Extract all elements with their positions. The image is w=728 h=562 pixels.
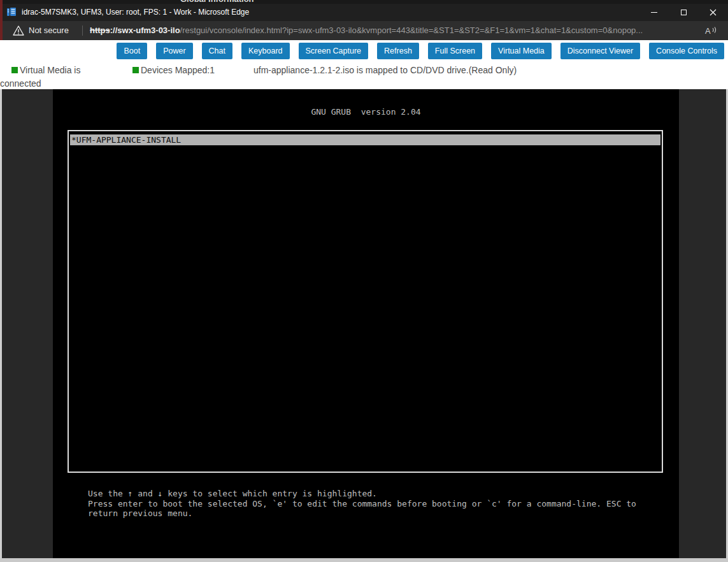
- devices-mapped-label: Devices Mapped:1: [141, 65, 215, 75]
- idrac-favicon: [6, 7, 17, 17]
- grub-menu-box: *UFM-APPLIANCE-INSTALL: [68, 130, 663, 473]
- devices-mapped-status: Devices Mapped:1: [132, 64, 215, 77]
- not-secure-label[interactable]: Not secure: [29, 21, 69, 40]
- maximize-button[interactable]: [669, 4, 698, 21]
- window-titlebar: idrac-5M7SMK3, UFM3, User: root, FPS: 1 …: [0, 4, 728, 21]
- minimize-button[interactable]: [639, 4, 669, 21]
- read-aloud-icon[interactable]: A: [704, 25, 717, 36]
- svg-text:A: A: [705, 26, 711, 36]
- kvm-header: Boot Power Chat Keyboard Screen Capture …: [0, 40, 728, 89]
- grub-help-line-2: Press enter to boot the selected OS, `e'…: [88, 499, 636, 509]
- close-icon: [710, 9, 717, 16]
- url-path: /restgui/vconsole/index.html?ip=swx-ufm3…: [180, 25, 643, 35]
- page-bottom-edge[interactable]: [0, 558, 728, 562]
- address-divider: [82, 25, 83, 36]
- grub-console-screen[interactable]: GNU GRUB version 2.04 *UFM-APPLIANCE-INS…: [53, 89, 679, 558]
- chat-button[interactable]: Chat: [202, 43, 232, 59]
- grub-help-line-1: Use the ↑ and ↓ keys to select which ent…: [88, 489, 636, 499]
- refresh-button[interactable]: Refresh: [377, 43, 419, 59]
- grub-menu-entry-selected[interactable]: *UFM-APPLIANCE-INSTALL: [70, 134, 660, 145]
- minimize-icon: [651, 12, 657, 13]
- iso-mapping-status: ufm-appliance-1.2.1-2.iso is mapped to C…: [253, 64, 517, 77]
- url-host: swx-ufm3-03-ilo: [117, 25, 180, 35]
- boot-button[interactable]: Boot: [117, 43, 147, 59]
- devices-mapped-indicator: [132, 67, 139, 73]
- url-text[interactable]: https://swx-ufm3-03-ilo/restgui/vconsole…: [90, 21, 643, 40]
- grub-help-text: Use the ↑ and ↓ keys to select which ent…: [88, 489, 636, 519]
- kvm-toolbar: Boot Power Chat Keyboard Screen Capture …: [117, 43, 724, 59]
- window-title: idrac-5M7SMK3, UFM3, User: root, FPS: 1 …: [22, 4, 249, 21]
- not-secure-warning-icon: [13, 25, 24, 36]
- url-scheme: https: [90, 25, 110, 35]
- disconnect-viewer-button[interactable]: Disconnect Viewer: [560, 43, 640, 59]
- console-viewport: GNU GRUB version 2.04 *UFM-APPLIANCE-INS…: [0, 89, 728, 562]
- keyboard-button[interactable]: Keyboard: [241, 43, 290, 59]
- grub-version-title: GNU GRUB version 2.04: [53, 107, 679, 117]
- virtual-media-connected-indicator: [11, 67, 18, 73]
- page-left-edge: [0, 89, 2, 562]
- maximize-icon: [681, 10, 687, 15]
- virtual-media-button[interactable]: Virtual Media: [491, 43, 552, 59]
- full-screen-button[interactable]: Full Screen: [428, 43, 482, 59]
- address-bar[interactable]: Not secure https://swx-ufm3-03-ilo/restg…: [0, 21, 728, 40]
- screen-capture-button[interactable]: Screen Capture: [299, 43, 369, 59]
- virtual-media-status: Virtual Media is connected: [0, 64, 122, 90]
- background-window-edge: [0, 0, 3, 40]
- url-separator: ://: [110, 25, 118, 35]
- grub-help-line-3: return previous menu.: [88, 508, 636, 519]
- close-button[interactable]: [698, 4, 728, 21]
- console-controls-button[interactable]: Console Controls: [649, 43, 724, 59]
- power-button[interactable]: Power: [156, 43, 192, 59]
